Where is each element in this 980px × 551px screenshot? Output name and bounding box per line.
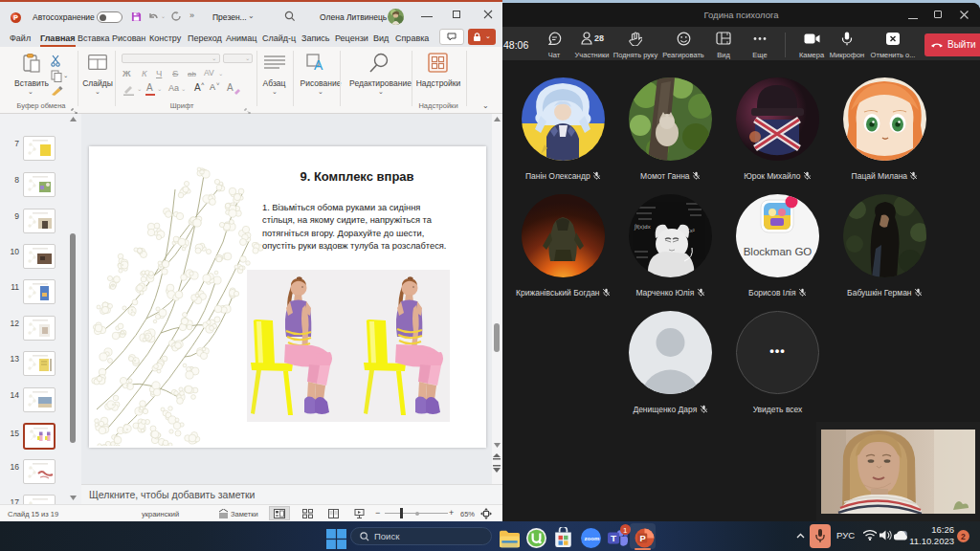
svg-text:∫f(x)dx: ∫f(x)dx bbox=[634, 224, 651, 231]
svg-text:28: 28 bbox=[594, 33, 604, 43]
svg-text:1: 1 bbox=[623, 526, 628, 535]
svg-text:A: A bbox=[314, 57, 323, 71]
svg-text:T: T bbox=[611, 533, 616, 543]
svg-text:P: P bbox=[13, 13, 18, 22]
svg-text:Blockman GO: Blockman GO bbox=[744, 246, 813, 257]
svg-text:2: 2 bbox=[961, 532, 966, 541]
svg-text:zoom: zoom bbox=[585, 536, 600, 541]
svg-text:P: P bbox=[640, 533, 646, 543]
